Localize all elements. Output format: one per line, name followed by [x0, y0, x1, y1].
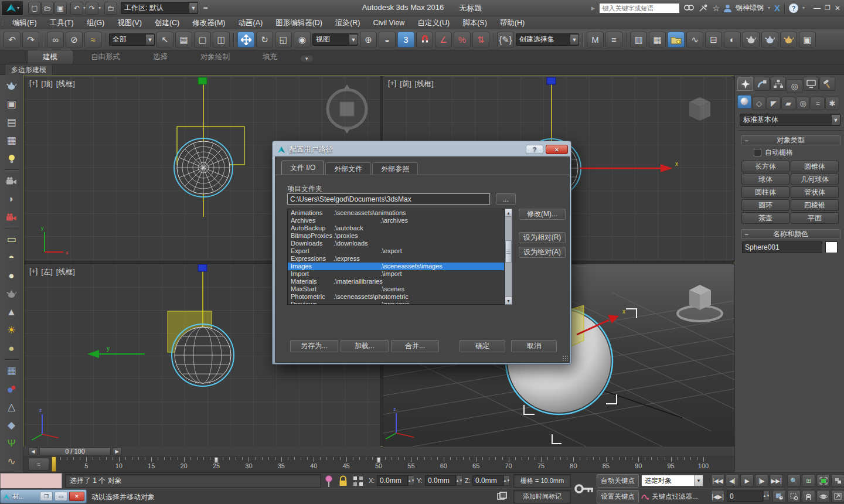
select-and-manipulate-icon[interactable]: ◒ [379, 32, 396, 47]
go-to-start-button[interactable]: |◀◀ [711, 474, 724, 487]
molecule-icon[interactable] [2, 380, 21, 397]
grass-icon[interactable]: Ψ [2, 435, 21, 452]
video-camera-icon[interactable] [2, 209, 21, 226]
y-coord-spinner[interactable]: ▲▼ [456, 475, 462, 486]
primitive-button-5[interactable]: 管状体 [791, 186, 839, 198]
shapes-subtab[interactable]: ◇ [752, 97, 766, 110]
select-and-link-icon[interactable]: ∞ [47, 32, 64, 47]
primitive-button-6[interactable]: 圆环 [741, 199, 789, 211]
menu-item-2[interactable]: 组(G) [80, 16, 111, 29]
close-window-button[interactable]: ✕ [69, 492, 84, 501]
dialog-resize-grip[interactable] [562, 355, 568, 361]
sun-icon[interactable]: ☀ [2, 322, 21, 339]
primitive-button-1[interactable]: 圆锥体 [791, 161, 839, 172]
sphere-wireframe-left[interactable] [172, 324, 234, 386]
selection-region-cycle-icon[interactable] [497, 492, 507, 501]
viewcube-compass[interactable] [328, 84, 366, 134]
display-tab[interactable] [803, 77, 819, 91]
set-key-button[interactable]: 设置关键点 [597, 490, 639, 503]
autogrid-checkbox[interactable] [754, 149, 761, 156]
favorites-star-icon[interactable]: ☆ [712, 4, 720, 13]
path-row-Previews[interactable]: Previews.\previews [288, 301, 504, 305]
keyframe-marker-25[interactable] [215, 457, 219, 463]
menu-item-8[interactable]: 渲染(R) [329, 16, 366, 29]
render-setup-icon[interactable] [743, 32, 760, 47]
cameras-subtab[interactable]: ▰ [781, 97, 795, 110]
ribbon-tab-1[interactable]: 自由形式 [76, 50, 135, 64]
exchange-apps-icon[interactable]: X [774, 3, 780, 13]
path-row-Materials[interactable]: Materials.\materiallibraries [288, 278, 504, 285]
spotlight-icon[interactable]: ◗ [2, 190, 21, 207]
ribbon-tab-2[interactable]: 选择 [138, 50, 183, 64]
x-coord-field[interactable]: 0.0mm [377, 475, 408, 486]
previous-frame-button[interactable]: ◀| [726, 474, 739, 487]
z-coord-field[interactable]: 0.0mm [472, 475, 503, 486]
align-icon[interactable]: ≡ [605, 32, 622, 47]
search-icon[interactable] [684, 4, 695, 12]
material-editor-icon[interactable]: ◐ [724, 32, 741, 47]
ribbon-collapse-button[interactable]: ▾ [301, 56, 313, 62]
field-of-view-region-icon[interactable] [787, 490, 801, 503]
redo-dropdown-arrow[interactable]: ▾ [98, 5, 101, 11]
close-button[interactable]: ✕ [835, 4, 840, 12]
spinner-snap-icon[interactable]: ⇅ [472, 32, 489, 47]
primitive-button-2[interactable]: 球体 [741, 173, 789, 185]
save-file-icon[interactable]: ▣ [54, 2, 67, 15]
menu-item-1[interactable]: 工具(T) [43, 16, 80, 29]
viewcube-ghost[interactable] [689, 97, 710, 121]
workspace-combo-arrow[interactable]: ▼ [189, 3, 198, 13]
merge-button[interactable]: 合并... [391, 340, 439, 352]
unlink-selection-icon[interactable]: ⊘ [66, 32, 83, 47]
space-warps-subtab[interactable]: ≈ [811, 97, 825, 110]
primitive-button-8[interactable]: 茶壶 [741, 212, 789, 224]
path-row-Images[interactable]: Images.\sceneassets\images [288, 263, 504, 270]
restore-window-button[interactable]: ❐ [40, 492, 53, 501]
search-input[interactable] [599, 3, 680, 13]
search-expand-arrow[interactable]: ▶ [591, 5, 595, 11]
time-configuration-icon[interactable] [772, 490, 786, 503]
help-icon[interactable]: ? [789, 4, 798, 13]
zoom-extents-icon[interactable]: ⊞ [802, 474, 815, 487]
viewport-menu-view[interactable]: [顶] [41, 79, 52, 89]
zoom-extents-all-icon[interactable] [831, 474, 844, 487]
dialog-tab-0[interactable]: 文件 I/O [281, 161, 324, 175]
menu-item-9[interactable]: Civil View [366, 16, 411, 29]
mirror-icon[interactable]: M [587, 32, 604, 47]
feather-icon[interactable]: ∿ [2, 453, 21, 470]
maxscript-mini-listener[interactable] [0, 473, 62, 489]
redo-icon[interactable]: ↷ [22, 32, 39, 47]
select-object-icon[interactable]: ↖ [156, 32, 173, 47]
window-crossing-icon[interactable]: ◫ [213, 32, 230, 47]
combo-arrow[interactable]: ▼ [694, 475, 703, 486]
schematic-view-icon[interactable]: ⊟ [705, 32, 722, 47]
undo-icon[interactable]: ↶ [4, 32, 21, 47]
path-row-Animations[interactable]: Animations.\sceneassets\animations [288, 209, 504, 217]
zoom-extents-selected-icon[interactable] [816, 474, 830, 487]
helpers-subtab[interactable]: ◎ [796, 97, 810, 110]
pyramid-helper-icon[interactable]: △ [2, 399, 21, 416]
cube-array-icon[interactable]: ▦ [2, 362, 21, 379]
path-row-Import[interactable]: Import.\import [288, 270, 504, 278]
snaps-toggle-icon[interactable] [416, 32, 433, 47]
gizmo-z-handle[interactable] [547, 77, 556, 84]
z-coord-spinner[interactable]: ▲▼ [503, 475, 510, 486]
go-to-end-button[interactable]: ▶▶| [770, 474, 783, 487]
primitive-category-combo[interactable]: 标准基本体 ▼ [740, 114, 840, 126]
zoom-icon[interactable]: 🔍 [787, 474, 801, 487]
ribbon-tab-0[interactable]: 建模 [27, 50, 73, 64]
sphere-shape-icon[interactable]: ● [2, 267, 21, 284]
project-folder-field[interactable]: C:\Users\Steelgod\Documents\3dsMax [287, 193, 490, 205]
ribbon-toggle-icon[interactable]: ▦ [649, 32, 666, 47]
keyframe-marker-50[interactable] [377, 457, 381, 463]
primitive-button-3[interactable]: 几何球体 [791, 173, 839, 185]
track-bar[interactable]: ≈ 05101520253035404550556065707580859095… [23, 457, 734, 472]
motion-tab[interactable]: ◎ [787, 79, 802, 93]
load-button[interactable]: 加载... [341, 340, 389, 352]
user-menu-arrow[interactable]: ▾ [768, 5, 770, 11]
selection-lock-icon[interactable] [338, 475, 348, 487]
save-as-button[interactable]: 另存为... [290, 340, 338, 352]
select-and-place-icon[interactable]: ◉ [294, 32, 311, 47]
current-frame-field[interactable]: 0 [727, 491, 763, 502]
render-production-icon[interactable] [780, 32, 797, 47]
path-row-Photometric[interactable]: Photometric.\sceneassets\photometric [288, 293, 504, 301]
